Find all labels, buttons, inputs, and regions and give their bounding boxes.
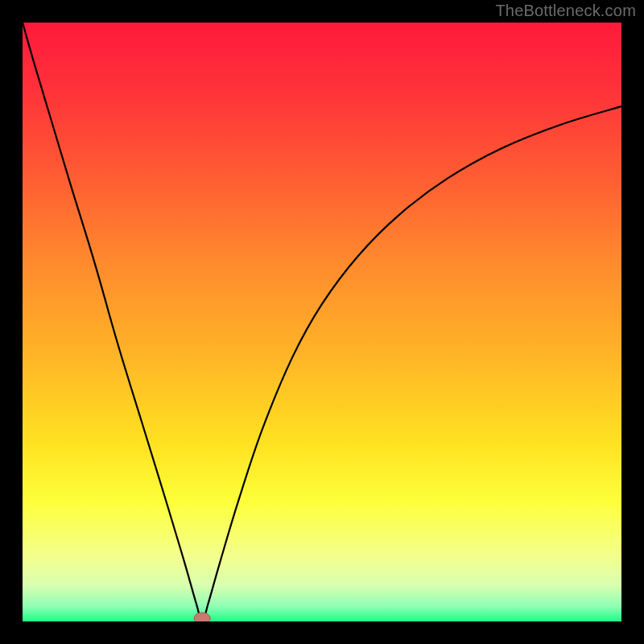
chart-frame: TheBottleneck.com <box>0 0 644 644</box>
minimum-marker <box>194 613 210 621</box>
plot-area <box>23 23 621 621</box>
chart-svg <box>23 23 621 621</box>
gradient-background <box>23 23 621 621</box>
watermark-text: TheBottleneck.com <box>495 2 636 20</box>
